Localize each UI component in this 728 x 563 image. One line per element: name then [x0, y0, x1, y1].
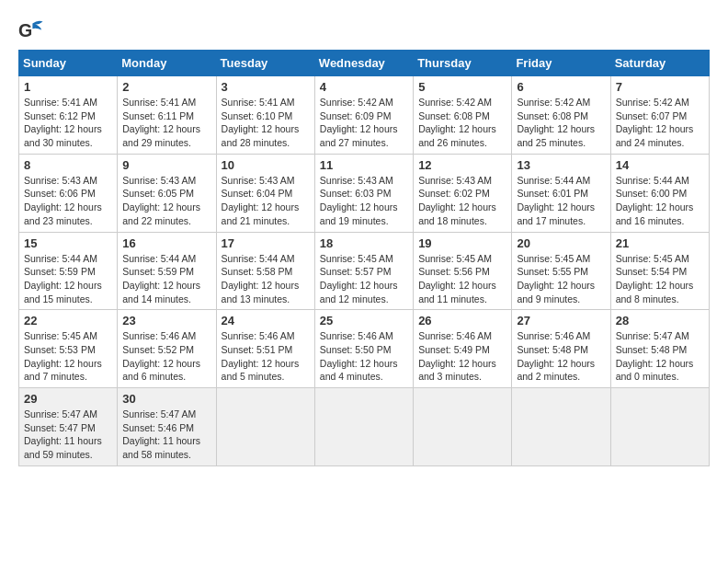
day-number: 5: [418, 80, 506, 94]
calendar-week-row: 15 Sunrise: 5:44 AMSunset: 5:59 PMDaylig…: [19, 232, 710, 310]
day-number: 4: [320, 80, 408, 94]
day-info: Sunrise: 5:41 AMSunset: 6:12 PMDaylight:…: [24, 96, 112, 150]
calendar-cell: 3 Sunrise: 5:41 AMSunset: 6:10 PMDayligh…: [216, 76, 314, 155]
calendar-cell: 9 Sunrise: 5:43 AMSunset: 6:05 PMDayligh…: [118, 154, 216, 232]
calendar-week-row: 1 Sunrise: 5:41 AMSunset: 6:12 PMDayligh…: [19, 76, 710, 155]
day-info: Sunrise: 5:42 AMSunset: 6:09 PMDaylight:…: [320, 96, 408, 150]
day-number: 2: [122, 80, 210, 94]
page-header: G: [18, 18, 710, 44]
day-info: Sunrise: 5:42 AMSunset: 6:08 PMDaylight:…: [418, 96, 506, 150]
day-info: Sunrise: 5:44 AMSunset: 6:00 PMDaylight:…: [616, 174, 704, 228]
calendar-cell: 22 Sunrise: 5:45 AMSunset: 5:53 PMDaylig…: [19, 310, 118, 388]
calendar-cell: 10 Sunrise: 5:43 AMSunset: 6:04 PMDaylig…: [216, 154, 314, 232]
calendar-cell: [512, 388, 610, 466]
calendar-cell: 24 Sunrise: 5:46 AMSunset: 5:51 PMDaylig…: [216, 310, 314, 388]
calendar-cell: [414, 388, 512, 466]
day-info: Sunrise: 5:44 AMSunset: 6:01 PMDaylight:…: [517, 174, 605, 228]
day-number: 6: [517, 80, 605, 94]
calendar-cell: 1 Sunrise: 5:41 AMSunset: 6:12 PMDayligh…: [19, 76, 118, 155]
day-number: 22: [24, 314, 112, 327]
day-info: Sunrise: 5:43 AMSunset: 6:04 PMDaylight:…: [222, 174, 310, 228]
calendar-cell: 21 Sunrise: 5:45 AMSunset: 5:54 PMDaylig…: [610, 232, 709, 310]
calendar-cell: 13 Sunrise: 5:44 AMSunset: 6:01 PMDaylig…: [512, 154, 610, 232]
day-number: 7: [616, 80, 704, 94]
day-info: Sunrise: 5:44 AMSunset: 5:59 PMDaylight:…: [122, 252, 210, 306]
calendar-cell: 23 Sunrise: 5:46 AMSunset: 5:52 PMDaylig…: [118, 310, 216, 388]
column-header-tuesday: Tuesday: [216, 51, 314, 76]
day-info: Sunrise: 5:45 AMSunset: 5:57 PMDaylight:…: [320, 252, 408, 306]
calendar-table: SundayMondayTuesdayWednesdayThursdayFrid…: [18, 50, 710, 466]
day-number: 30: [122, 392, 210, 406]
calendar-cell: 19 Sunrise: 5:45 AMSunset: 5:56 PMDaylig…: [414, 232, 512, 310]
day-number: 18: [320, 236, 408, 250]
calendar-cell: 27 Sunrise: 5:46 AMSunset: 5:48 PMDaylig…: [512, 310, 610, 388]
day-info: Sunrise: 5:44 AMSunset: 5:58 PMDaylight:…: [222, 252, 310, 306]
day-info: Sunrise: 5:44 AMSunset: 5:59 PMDaylight:…: [24, 252, 112, 306]
column-header-thursday: Thursday: [414, 51, 512, 76]
column-header-friday: Friday: [512, 51, 610, 76]
day-number: 21: [616, 236, 704, 250]
day-info: Sunrise: 5:46 AMSunset: 5:48 PMDaylight:…: [517, 329, 605, 384]
day-info: Sunrise: 5:46 AMSunset: 5:51 PMDaylight:…: [222, 329, 310, 384]
column-header-saturday: Saturday: [610, 51, 709, 76]
column-header-wednesday: Wednesday: [314, 51, 413, 76]
calendar-cell: 17 Sunrise: 5:44 AMSunset: 5:58 PMDaylig…: [216, 232, 314, 310]
day-info: Sunrise: 5:42 AMSunset: 6:08 PMDaylight:…: [517, 96, 605, 150]
day-info: Sunrise: 5:45 AMSunset: 5:55 PMDaylight:…: [517, 252, 605, 306]
calendar-cell: 15 Sunrise: 5:44 AMSunset: 5:59 PMDaylig…: [19, 232, 118, 310]
calendar-cell: 16 Sunrise: 5:44 AMSunset: 5:59 PMDaylig…: [118, 232, 216, 310]
day-info: Sunrise: 5:47 AMSunset: 5:47 PMDaylight:…: [24, 408, 112, 462]
day-number: 13: [517, 158, 605, 172]
day-number: 11: [320, 158, 408, 172]
calendar-cell: 8 Sunrise: 5:43 AMSunset: 6:06 PMDayligh…: [19, 154, 118, 232]
day-info: Sunrise: 5:46 AMSunset: 5:52 PMDaylight:…: [122, 329, 210, 384]
calendar-header-row: SundayMondayTuesdayWednesdayThursdayFrid…: [19, 51, 710, 76]
day-info: Sunrise: 5:41 AMSunset: 6:11 PMDaylight:…: [122, 96, 210, 150]
day-number: 26: [418, 314, 506, 327]
day-number: 17: [222, 236, 310, 250]
logo: G: [18, 18, 48, 44]
day-number: 8: [24, 158, 112, 172]
day-info: Sunrise: 5:42 AMSunset: 6:07 PMDaylight:…: [616, 96, 704, 150]
calendar-cell: 28 Sunrise: 5:47 AMSunset: 5:48 PMDaylig…: [610, 310, 709, 388]
day-info: Sunrise: 5:43 AMSunset: 6:03 PMDaylight:…: [320, 174, 408, 228]
calendar-cell: 11 Sunrise: 5:43 AMSunset: 6:03 PMDaylig…: [314, 154, 413, 232]
day-number: 25: [320, 314, 408, 327]
svg-text:G: G: [18, 20, 32, 40]
day-number: 20: [517, 236, 605, 250]
calendar-cell: [610, 388, 709, 466]
day-number: 1: [24, 80, 112, 94]
day-number: 23: [122, 314, 210, 327]
calendar-cell: 20 Sunrise: 5:45 AMSunset: 5:55 PMDaylig…: [512, 232, 610, 310]
day-number: 3: [222, 80, 310, 94]
column-header-monday: Monday: [118, 51, 216, 76]
day-number: 9: [122, 158, 210, 172]
calendar-cell: 4 Sunrise: 5:42 AMSunset: 6:09 PMDayligh…: [314, 76, 413, 155]
day-number: 12: [418, 158, 506, 172]
calendar-cell: 18 Sunrise: 5:45 AMSunset: 5:57 PMDaylig…: [314, 232, 413, 310]
day-number: 19: [418, 236, 506, 250]
day-number: 15: [24, 236, 112, 250]
calendar-cell: 6 Sunrise: 5:42 AMSunset: 6:08 PMDayligh…: [512, 76, 610, 155]
day-info: Sunrise: 5:43 AMSunset: 6:02 PMDaylight:…: [418, 174, 506, 228]
day-number: 14: [616, 158, 704, 172]
day-info: Sunrise: 5:45 AMSunset: 5:56 PMDaylight:…: [418, 252, 506, 306]
day-info: Sunrise: 5:46 AMSunset: 5:50 PMDaylight:…: [320, 329, 408, 384]
calendar-cell: 29 Sunrise: 5:47 AMSunset: 5:47 PMDaylig…: [19, 388, 118, 466]
calendar-week-row: 22 Sunrise: 5:45 AMSunset: 5:53 PMDaylig…: [19, 310, 710, 388]
column-header-sunday: Sunday: [19, 51, 118, 76]
day-info: Sunrise: 5:41 AMSunset: 6:10 PMDaylight:…: [222, 96, 310, 150]
calendar-cell: 26 Sunrise: 5:46 AMSunset: 5:49 PMDaylig…: [414, 310, 512, 388]
calendar-cell: 5 Sunrise: 5:42 AMSunset: 6:08 PMDayligh…: [414, 76, 512, 155]
general-blue-logo-icon: G: [18, 18, 44, 44]
day-info: Sunrise: 5:45 AMSunset: 5:54 PMDaylight:…: [616, 252, 704, 306]
day-info: Sunrise: 5:46 AMSunset: 5:49 PMDaylight:…: [418, 329, 506, 384]
day-number: 10: [222, 158, 310, 172]
day-info: Sunrise: 5:45 AMSunset: 5:53 PMDaylight:…: [24, 329, 112, 384]
calendar-cell: 12 Sunrise: 5:43 AMSunset: 6:02 PMDaylig…: [414, 154, 512, 232]
calendar-cell: 7 Sunrise: 5:42 AMSunset: 6:07 PMDayligh…: [610, 76, 709, 155]
calendar-week-row: 29 Sunrise: 5:47 AMSunset: 5:47 PMDaylig…: [19, 388, 710, 466]
calendar-cell: 30 Sunrise: 5:47 AMSunset: 5:46 PMDaylig…: [118, 388, 216, 466]
day-number: 28: [616, 314, 704, 327]
day-info: Sunrise: 5:43 AMSunset: 6:06 PMDaylight:…: [24, 174, 112, 228]
